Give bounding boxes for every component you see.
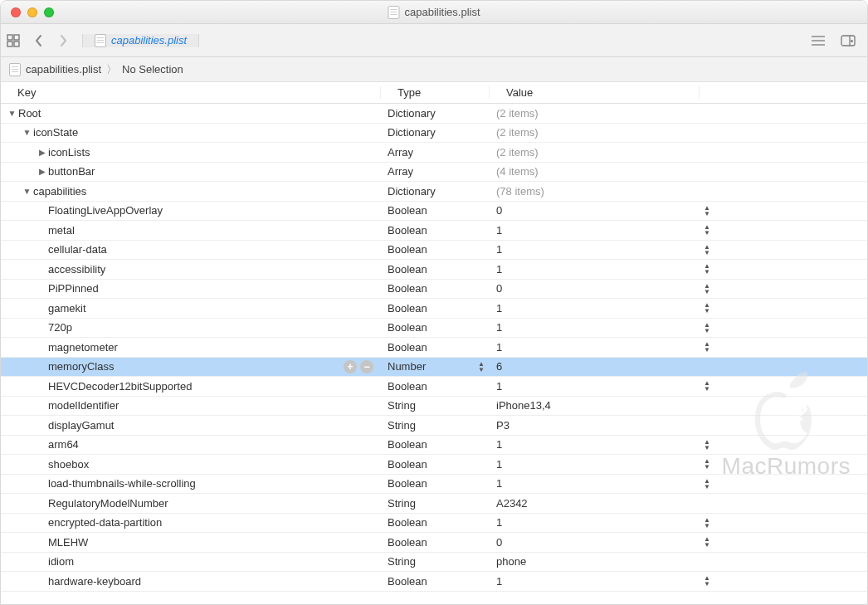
table-row[interactable]: ▶shoeboxBoolean1▲▼	[1, 455, 867, 475]
table-row[interactable]: ▶accessibilityBoolean1▲▼	[1, 260, 867, 280]
value-stepper[interactable]: ▲▼	[700, 439, 714, 451]
stepper-slot: ▲▼	[700, 322, 714, 334]
table-row[interactable]: ▶displayGamutStringP3	[1, 416, 867, 436]
tab-capabilities-plist[interactable]: capabilities.plist	[82, 34, 199, 47]
key-text: Root	[18, 107, 41, 120]
table-row[interactable]: ▶RegulatoryModelNumberStringA2342	[1, 494, 867, 514]
type-text: Array	[388, 146, 413, 159]
key-text: gamekit	[48, 302, 86, 315]
value-stepper[interactable]: ▲▼	[700, 341, 714, 353]
maximize-icon[interactable]	[44, 7, 54, 17]
type-text: Boolean	[388, 321, 427, 334]
value-stepper[interactable]: ▲▼	[700, 205, 714, 217]
value-stepper[interactable]: ▲▼	[700, 224, 714, 236]
type-text: Boolean	[388, 516, 427, 529]
table-row[interactable]: ▶arm64Boolean1▲▼	[1, 436, 867, 456]
value-text: 1	[496, 575, 502, 588]
type-text: Boolean	[388, 282, 427, 295]
table-row[interactable]: ▶modelIdentifierStringiPhone13,4	[1, 397, 867, 417]
close-icon[interactable]	[11, 7, 21, 17]
table-row[interactable]: ▼iconStateDictionary(2 items)	[1, 124, 867, 144]
value-text: 1	[496, 263, 502, 276]
column-header-key[interactable]: Key	[1, 86, 381, 99]
type-text: String	[388, 399, 416, 412]
breadcrumb-selection[interactable]: No Selection	[122, 63, 183, 76]
table-header: Key Type Value	[1, 82, 867, 104]
value-stepper[interactable]: ▲▼	[700, 380, 714, 392]
stepper-slot: ▲▼	[700, 283, 714, 295]
row-actions: +−	[344, 360, 373, 373]
value-text: 1	[496, 516, 502, 529]
table-row[interactable]: ▶memoryClass+−Number▲▼6	[1, 358, 867, 378]
stepper-slot: ▲▼	[700, 263, 714, 275]
chevron-right-icon[interactable]: ▶	[37, 167, 46, 176]
file-icon	[95, 34, 106, 47]
value-stepper[interactable]: ▲▼	[700, 536, 714, 548]
type-text: String	[388, 555, 416, 568]
chevron-right-icon[interactable]: ▶	[37, 148, 46, 157]
svg-rect-1	[14, 35, 19, 40]
value-text: phone	[496, 555, 526, 568]
value-stepper[interactable]: ▲▼	[700, 478, 714, 490]
column-header-value[interactable]: Value	[490, 86, 700, 99]
value-stepper[interactable]: ▲▼	[700, 263, 714, 275]
type-text: Boolean	[388, 204, 427, 217]
column-header-type[interactable]: Type	[381, 86, 490, 99]
key-text: PiPPinned	[48, 282, 99, 295]
value-stepper[interactable]: ▲▼	[700, 283, 714, 295]
value-stepper[interactable]: ▲▼	[700, 517, 714, 529]
table-row[interactable]: ▶HEVCDecoder12bitSupportedBoolean1▲▼	[1, 377, 867, 397]
value-text: (78 items)	[496, 185, 544, 198]
key-text: magnetometer	[48, 341, 118, 354]
minimize-icon[interactable]	[27, 7, 37, 17]
chevron-down-icon[interactable]: ▼	[7, 109, 17, 118]
type-text: Dictionary	[388, 185, 436, 198]
value-stepper[interactable]: ▲▼	[700, 575, 714, 587]
value-stepper[interactable]: ▲▼	[700, 244, 714, 256]
adjust-editor-button[interactable]	[804, 24, 832, 57]
nav-back-button[interactable]	[26, 24, 51, 57]
table-body: ▼RootDictionary(2 items)▼iconStateDictio…	[1, 104, 867, 604]
value-text: P3	[496, 419, 510, 432]
chevron-down-icon[interactable]: ▼	[22, 187, 32, 196]
nav-forward-button[interactable]	[51, 24, 76, 57]
stepper-slot: ▲▼	[700, 517, 714, 529]
value-stepper[interactable]: ▲▼	[700, 322, 714, 334]
table-row[interactable]: ▼RootDictionary(2 items)	[1, 104, 867, 124]
table-row[interactable]: ▶magnetometerBoolean1▲▼	[1, 338, 867, 358]
table-row[interactable]: ▶buttonBarArray(4 items)	[1, 163, 867, 183]
table-row[interactable]: ▶idiomStringphone	[1, 553, 867, 573]
table-row[interactable]: ▶load-thumbnails-while-scrollingBoolean1…	[1, 475, 867, 495]
breadcrumb-file[interactable]: capabilities.plist	[26, 63, 101, 76]
table-row[interactable]: ▶metalBoolean1▲▼	[1, 221, 867, 241]
table-row[interactable]: ▶720pBoolean1▲▼	[1, 319, 867, 339]
table-row[interactable]: ▶encrypted-data-partitionBoolean1▲▼	[1, 514, 867, 534]
type-text: Boolean	[388, 438, 427, 451]
table-row[interactable]: ▶gamekitBoolean1▲▼	[1, 299, 867, 319]
key-text: RegulatoryModelNumber	[48, 497, 168, 510]
value-text: (2 items)	[496, 126, 539, 139]
value-stepper[interactable]: ▲▼	[700, 458, 714, 470]
key-text: iconLists	[48, 146, 90, 159]
related-items-button[interactable]	[1, 24, 26, 57]
add-editor-button[interactable]	[834, 24, 862, 57]
type-text: Number	[388, 360, 426, 373]
table-row[interactable]: ▶FloatingLiveAppOverlayBoolean0▲▼	[1, 202, 867, 222]
table-row[interactable]: ▶cellular-dataBoolean1▲▼	[1, 241, 867, 261]
remove-row-button[interactable]: −	[360, 360, 373, 373]
type-stepper[interactable]: ▲▼	[478, 361, 485, 373]
add-row-button[interactable]: +	[344, 360, 357, 373]
value-stepper[interactable]: ▲▼	[700, 302, 714, 314]
key-text: capabilities	[33, 185, 86, 198]
stepper-slot: ▲▼	[700, 244, 714, 256]
key-text: iconState	[33, 126, 78, 139]
type-text: Boolean	[388, 302, 427, 315]
table-row[interactable]: ▶PiPPinnedBoolean0▲▼	[1, 280, 867, 300]
table-row[interactable]: ▶hardware-keyboardBoolean1▲▼	[1, 572, 867, 592]
table-row[interactable]: ▶MLEHWBoolean0▲▼	[1, 533, 867, 553]
stepper-slot: ▲▼	[700, 341, 714, 353]
chevron-down-icon[interactable]: ▼	[22, 128, 32, 137]
table-row[interactable]: ▼capabilitiesDictionary(78 items)	[1, 182, 867, 202]
table-row[interactable]: ▶iconListsArray(2 items)	[1, 143, 867, 163]
stepper-slot: ▲▼	[700, 478, 714, 490]
